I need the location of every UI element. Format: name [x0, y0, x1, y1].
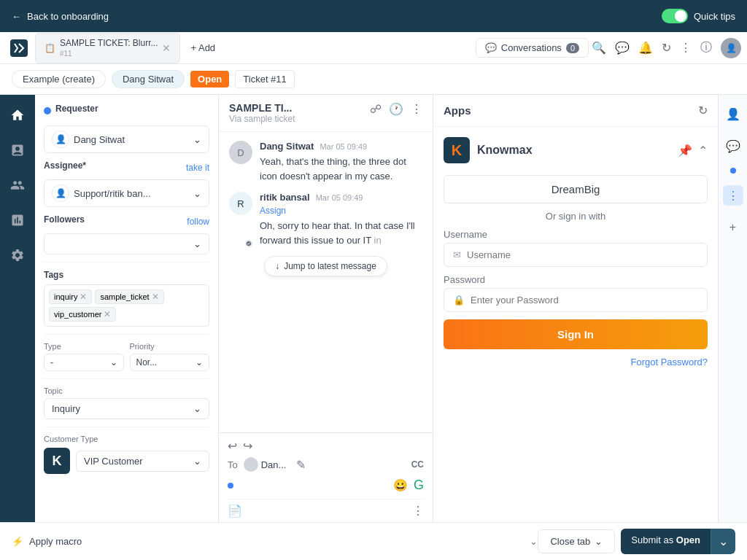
back-to-onboarding[interactable]: ← Back to onboarding: [12, 11, 109, 22]
topic-dropdown[interactable]: Inquiry ⌄: [44, 398, 209, 419]
nav-settings-icon[interactable]: [6, 244, 29, 267]
tab-close-button[interactable]: ✕: [162, 42, 171, 54]
tags-label: Tags: [44, 270, 209, 280]
password-input[interactable]: [471, 295, 698, 306]
collapse-icon[interactable]: ⌃: [698, 144, 708, 158]
bell-icon[interactable]: 🔔: [638, 41, 653, 55]
right-strip: 👤 💬 ⋮ +: [718, 95, 747, 524]
strip-user-icon[interactable]: 👤: [723, 104, 743, 124]
bottom-right-actions: Close tab ⌄ Submit as Open ⌄: [538, 529, 735, 554]
followers-chevron-icon: ⌄: [193, 238, 201, 249]
conversations-button[interactable]: 💬 Conversations 0: [476, 38, 589, 58]
strip-chat-icon[interactable]: 💬: [723, 136, 743, 156]
close-tab-button[interactable]: Close tab ⌄: [538, 529, 615, 553]
recipient-avatar: [244, 457, 258, 472]
macro-expand-icon[interactable]: ⌄: [530, 536, 538, 547]
username-input[interactable]: [467, 249, 698, 260]
history-icon[interactable]: 🕐: [389, 102, 403, 116]
cc-button[interactable]: CC: [411, 459, 424, 470]
reply-back-icon[interactable]: ↩: [228, 439, 237, 453]
customer-type-dropdown[interactable]: VIP Customer ⌄: [76, 451, 209, 472]
login-form: Or sign in with Username ✉ Password 🔒 Si…: [444, 175, 708, 368]
assign-link[interactable]: Assign: [260, 206, 422, 216]
new-conversation-icon[interactable]: 📄: [228, 504, 242, 518]
chat-header-icons: ☍ 🕐 ⋮: [370, 102, 422, 116]
follow-link[interactable]: follow: [187, 217, 209, 227]
jump-button-wrapper: ↓ Jump to latest message: [229, 256, 422, 276]
grammarly-icon[interactable]: G: [414, 478, 424, 493]
followers-label: Followers: [44, 214, 85, 225]
nav-tickets-icon[interactable]: [6, 139, 29, 162]
remove-sample-ticket-tag[interactable]: ✕: [152, 292, 159, 302]
conversations-label: Conversations: [501, 42, 562, 53]
composer-tool-icons: 😀 G: [393, 478, 424, 493]
nav-home-icon[interactable]: [6, 104, 29, 127]
tag-vip-customer[interactable]: vip_customer ✕: [49, 307, 116, 322]
knowmax-brand: K Knowmax: [444, 137, 533, 163]
toggle-thumb: [675, 10, 686, 22]
grid-icon[interactable]: ⋮: [680, 41, 692, 55]
sign-in-button[interactable]: Sign In: [444, 319, 708, 349]
remove-inquiry-tag[interactable]: ✕: [80, 292, 87, 302]
submit-main-button[interactable]: Submit as Open: [621, 529, 711, 554]
assignee-dropdown[interactable]: 👤 Support/ritik ban... ⌄: [44, 179, 209, 207]
breadcrumb-example[interactable]: Example (create): [12, 70, 106, 88]
requester-chevron-icon: ⌄: [193, 134, 201, 145]
quick-tips-toggle[interactable]: Quick tips: [662, 9, 735, 23]
filter-icon[interactable]: ☍: [370, 102, 382, 116]
composer-recipient[interactable]: Dan...: [244, 457, 287, 472]
tab-ticket-title: SAMPLE TICKET: Blurr... #11: [60, 38, 158, 58]
priority-label: Priority: [130, 342, 210, 351]
password-label: Password: [444, 274, 708, 285]
message-1-author: Dang Sitwat: [260, 141, 314, 152]
apps-header: Apps ↻: [433, 95, 718, 127]
chat-subtitle: Via sample ticket: [229, 114, 295, 124]
chat-icon[interactable]: 💬: [615, 41, 630, 55]
message-1-time: Mar 05 09:49: [320, 142, 367, 151]
tag-inquiry[interactable]: inquiry ✕: [49, 289, 92, 304]
ticket-tab[interactable]: 📋 SAMPLE TICKET: Blurr... #11 ✕: [35, 33, 180, 63]
chat-header: SAMPLE TI... Via sample ticket ☍ 🕐 ⋮: [219, 95, 433, 132]
message-2: R ritik bansal Mar 05 09:49 Assign Oh, s…: [229, 192, 422, 247]
nav-contacts-icon[interactable]: [6, 174, 29, 197]
more-composer-options-icon[interactable]: ⋮: [412, 504, 424, 518]
nav-reports-icon[interactable]: [6, 209, 29, 232]
followers-dropdown[interactable]: ⌄: [44, 233, 209, 254]
type-dropdown[interactable]: - ⌄: [44, 354, 124, 371]
remove-vip-customer-tag[interactable]: ✕: [104, 309, 111, 319]
app-logo[interactable]: [6, 35, 32, 61]
search-icon[interactable]: 🔍: [592, 41, 606, 55]
take-it-link[interactable]: take it: [186, 163, 209, 173]
breadcrumb-dang-sitwat[interactable]: Dang Sitwat: [112, 70, 185, 88]
more-options-icon[interactable]: ⋮: [411, 102, 422, 116]
forgot-password-link[interactable]: Password?: [661, 357, 708, 368]
refresh-apps-icon[interactable]: ↻: [698, 104, 708, 117]
apps-content: K Knowmax 📌 ⌃ Or sign in with Username ✉…: [433, 127, 718, 524]
reply-forward-icon[interactable]: ↪: [243, 439, 252, 453]
strip-add-icon[interactable]: +: [723, 217, 743, 238]
message-2-text: Oh, sorry to hear that. In that case I'l…: [260, 219, 422, 247]
priority-chevron-icon: ⌄: [196, 357, 203, 368]
toggle-switch[interactable]: [662, 9, 688, 23]
notification-dot: [730, 168, 736, 174]
refresh-icon[interactable]: ↻: [662, 41, 671, 55]
dreambig-input[interactable]: [444, 175, 708, 203]
composer-input-row: 😀 G: [228, 475, 424, 496]
apply-macro-label[interactable]: Apply macro: [29, 536, 82, 547]
top-navigation: ← Back to onboarding Quick tips: [0, 0, 747, 32]
help-icon[interactable]: ⓘ: [700, 40, 712, 55]
back-label: Back to onboarding: [27, 11, 109, 22]
add-tab-button[interactable]: + Add: [183, 38, 222, 58]
requester-dropdown[interactable]: 👤 Dang Sitwat ⌄: [44, 125, 209, 153]
username-field-wrapper: ✉: [444, 243, 708, 267]
strip-grid-icon[interactable]: ⋮: [723, 185, 743, 206]
emoji-icon[interactable]: 😀: [393, 478, 408, 492]
edit-recipient-icon[interactable]: ✎: [296, 458, 306, 472]
jump-to-latest-button[interactable]: ↓ Jump to latest message: [264, 256, 387, 276]
pin-icon[interactable]: 📌: [678, 144, 692, 158]
breadcrumb-bar: Example (create) Dang Sitwat Open Ticket…: [0, 64, 747, 95]
tag-sample-ticket[interactable]: sample_ticket ✕: [95, 289, 163, 304]
priority-dropdown[interactable]: Nor... ⌄: [130, 354, 210, 371]
submit-arrow-button[interactable]: ⌄: [711, 529, 735, 554]
user-avatar-icon[interactable]: 👤: [721, 38, 741, 58]
